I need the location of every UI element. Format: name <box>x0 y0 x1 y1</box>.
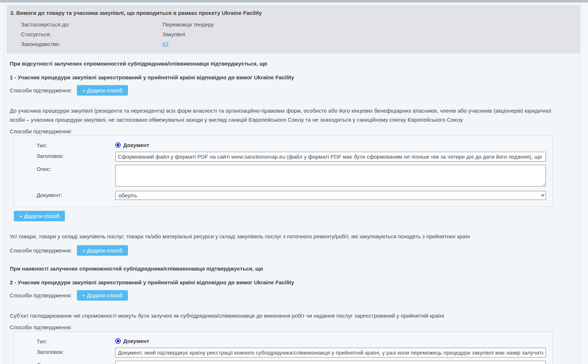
description-textarea[interactable] <box>115 361 546 364</box>
add-method-button[interactable]: + Додати спосіб <box>77 245 128 256</box>
confirmation-methods-row-3: Способи підтвердження: + Додати спосіб <box>10 290 573 301</box>
radio-dot-icon <box>117 144 119 146</box>
radio-dot-icon <box>117 340 119 342</box>
confirmation-methods-label: Способи підтвердження: <box>10 87 72 93</box>
type-row: Тип: Документ <box>37 337 546 344</box>
sanctions-paragraph: До учасника процедури закупівлі (резиден… <box>10 106 554 124</box>
title-row: Заголовок: <box>37 152 546 162</box>
requirement-title: 3. Вимоги до товару та учасника закупівл… <box>10 10 576 16</box>
legislation-label: Законодавство: <box>21 41 162 47</box>
type-value: Документ <box>115 141 546 148</box>
goods-paragraph: Усі товари, товари у складі закупівель п… <box>10 232 554 241</box>
type-document-radio[interactable] <box>115 142 121 148</box>
heading-with-subcontractor: При наявності залучених спроможностей су… <box>10 265 573 272</box>
heading-no-subcontractor: При відсутності залучених спроможностей … <box>10 60 573 67</box>
type-value: Документ <box>115 337 546 344</box>
description-label: Опис: <box>37 165 115 172</box>
confirmation-methods-label: Способи підтвердження: <box>10 324 573 330</box>
type-label: Тип: <box>37 337 115 344</box>
title-label: Заголовок: <box>37 152 115 159</box>
add-method-button[interactable]: + Додати спосіб <box>77 290 128 301</box>
relates-to-value: Закупівлі <box>162 31 185 37</box>
add-method-button[interactable]: + Додати спосіб <box>14 211 65 221</box>
title-input[interactable] <box>115 348 546 357</box>
legislation-link[interactable]: 83 <box>162 41 169 47</box>
confirmation-methods-row-2: Способи підтвердження: + Додати спосіб <box>10 245 573 256</box>
confirmation-methods-label: Способи підтвердження: <box>10 247 72 254</box>
document-label: Документ: <box>37 191 115 198</box>
relates-to-label: Стосується: <box>21 31 162 37</box>
top-strip <box>0 0 588 3</box>
type-label: Тип: <box>37 141 115 148</box>
title-input[interactable] <box>115 152 546 162</box>
description-label: Опис: <box>37 361 115 364</box>
type-document-radio[interactable] <box>115 338 121 344</box>
requirement-2-title: 2 - Учасник процедури закупівлі зареєстр… <box>10 279 573 285</box>
title-row: Заголовок: <box>37 348 546 357</box>
method-form-2: Тип: Документ Заголовок: Опис: Докуме <box>14 331 553 364</box>
type-document-label: Документ <box>123 142 149 148</box>
description-row: Опис: <box>37 361 546 364</box>
applies-to-row: Застосовується до: Переможця тендеру <box>10 21 576 28</box>
type-document-label: Документ <box>123 338 149 344</box>
requirement-header: 3. Вимоги до товару та учасника закупівл… <box>7 5 580 54</box>
applies-to-value: Переможця тендеру <box>162 21 214 28</box>
requirements-content: При відсутності залучених спроможностей … <box>4 60 580 364</box>
relates-to-row: Стосується: Закупівлі <box>10 31 576 37</box>
legislation-row: Законодавство: 83 <box>10 41 576 47</box>
confirmation-methods-label: Способи підтвердження: <box>10 128 573 134</box>
confirmation-methods-row-1: Способи підтвердження: + Додати спосіб <box>10 85 573 96</box>
entity-paragraph: Субʼєкт господарювання чиї спроможності … <box>10 311 554 320</box>
type-row: Тип: Документ <box>37 141 546 148</box>
applies-to-label: Застосовується до: <box>21 21 162 28</box>
document-select[interactable]: оберіть <box>115 191 546 200</box>
add-method-button[interactable]: + Додати спосіб <box>77 85 128 96</box>
method-form-1: Тип: Документ Заголовок: Опис: Докуме <box>14 135 553 207</box>
description-textarea[interactable] <box>115 165 546 187</box>
content-panel: 3. Вимоги до товару та учасника закупівл… <box>4 3 580 364</box>
confirmation-methods-label: Способи підтвердження: <box>10 292 72 298</box>
document-row: Документ: оберіть <box>37 191 546 200</box>
requirement-1-title: 1 - Учасник процедури закупівлі зареєстр… <box>10 74 573 80</box>
description-row: Опис: <box>37 165 546 188</box>
title-label: Заголовок: <box>37 348 115 355</box>
